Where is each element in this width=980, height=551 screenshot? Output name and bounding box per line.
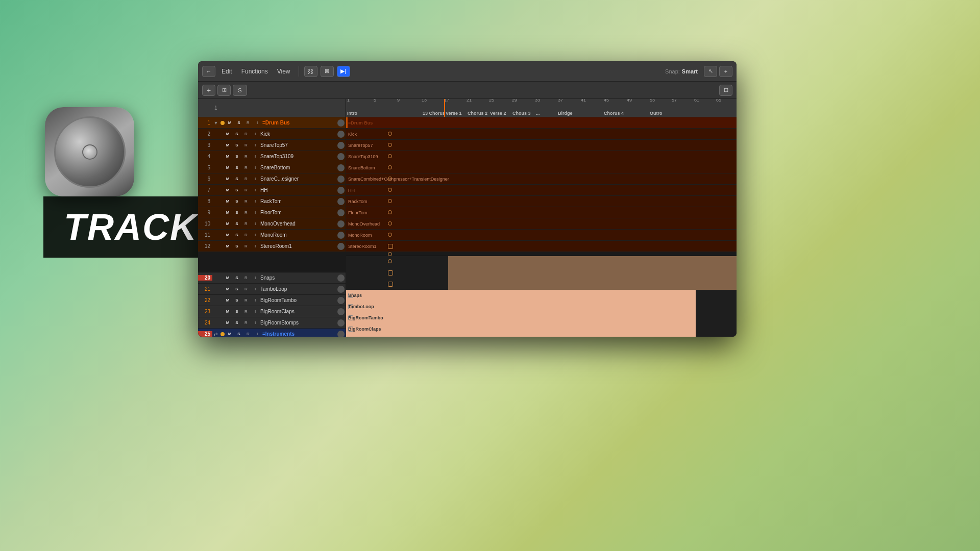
input-btn-24[interactable]: I (251, 319, 259, 327)
mute-btn-1[interactable]: M (226, 119, 234, 127)
input-btn-6[interactable]: I (251, 176, 259, 183)
record-btn-11[interactable]: R (242, 232, 250, 239)
record-btn-1[interactable]: R (244, 119, 252, 127)
track-end-btn-6[interactable] (337, 176, 345, 183)
record-btn-22[interactable]: R (242, 297, 250, 304)
mute-btn-8[interactable]: M (224, 198, 232, 205)
solo-btn-20[interactable]: S (233, 274, 241, 282)
track-end-btn-10[interactable] (337, 220, 345, 228)
track-end-btn-20[interactable] (337, 274, 345, 282)
record-btn-3[interactable]: R (242, 142, 250, 149)
track-end-btn-25[interactable] (337, 331, 345, 337)
add-track-button[interactable]: + (202, 85, 215, 96)
mute-btn-24[interactable]: M (224, 319, 232, 327)
track-end-btn-3[interactable] (337, 142, 345, 149)
record-btn-6[interactable]: R (242, 176, 250, 183)
track-end-btn-21[interactable] (337, 286, 345, 293)
record-btn-5[interactable]: R (242, 164, 250, 171)
mute-btn-2[interactable]: M (224, 131, 232, 138)
edit-menu[interactable]: Edit (218, 67, 235, 76)
mute-btn-12[interactable]: M (224, 243, 232, 250)
mute-btn-20[interactable]: M (224, 274, 232, 282)
pointer-tool[interactable]: ↖ (704, 66, 717, 77)
input-btn-25[interactable]: I (253, 331, 261, 337)
mute-btn-6[interactable]: M (224, 176, 232, 183)
input-btn-22[interactable]: I (251, 297, 259, 304)
link-button[interactable]: ⛓ (304, 66, 317, 77)
capture-button[interactable]: ▶| (337, 66, 350, 77)
input-btn-7[interactable]: I (251, 187, 259, 194)
mute-btn-10[interactable]: M (224, 220, 232, 228)
input-btn-20[interactable]: I (251, 274, 259, 282)
input-btn-10[interactable]: I (251, 220, 259, 228)
input-btn-3[interactable]: I (251, 142, 259, 149)
mute-btn-11[interactable]: M (224, 232, 232, 239)
track-options-button[interactable]: ⊞ (217, 85, 231, 96)
track-end-btn-22[interactable] (337, 297, 345, 304)
record-btn-12[interactable]: R (242, 243, 250, 250)
solo-btn-6[interactable]: S (233, 176, 241, 183)
record-btn-21[interactable]: R (242, 286, 250, 293)
input-btn-4[interactable]: I (251, 153, 259, 160)
input-btn-23[interactable]: I (251, 308, 259, 315)
mute-btn-21[interactable]: M (224, 286, 232, 293)
track-end-btn-5[interactable] (337, 164, 345, 171)
solo-btn-8[interactable]: S (233, 198, 241, 205)
solo-btn-1[interactable]: S (235, 119, 243, 127)
playhead-marker[interactable] (444, 99, 445, 117)
solo-btn-5[interactable]: S (233, 164, 241, 171)
track-end-btn-9[interactable] (337, 209, 345, 216)
functions-menu[interactable]: Functions (238, 67, 271, 76)
solo-btn-24[interactable]: S (233, 319, 241, 327)
solo-btn-7[interactable]: S (233, 187, 241, 194)
clip-drumbus-region[interactable] (346, 117, 737, 128)
solo-btn-4[interactable]: S (233, 153, 241, 160)
record-btn-9[interactable]: R (242, 209, 250, 216)
solo-btn-11[interactable]: S (233, 232, 241, 239)
mute-btn-9[interactable]: M (224, 209, 232, 216)
capture-toggle[interactable]: ⊡ (719, 85, 732, 96)
track-end-btn-4[interactable] (337, 153, 345, 160)
solo-btn-23[interactable]: S (233, 308, 241, 315)
track-end-btn-2[interactable] (337, 131, 345, 138)
input-btn-21[interactable]: I (251, 286, 259, 293)
record-btn-10[interactable]: R (242, 220, 250, 228)
record-btn-23[interactable]: R (242, 308, 250, 315)
record-btn-8[interactable]: R (242, 198, 250, 205)
track-end-btn-24[interactable] (337, 319, 345, 327)
input-btn-5[interactable]: I (251, 164, 259, 171)
track-end-btn-11[interactable] (337, 232, 345, 239)
solo-btn-2[interactable]: S (233, 131, 241, 138)
record-btn-24[interactable]: R (242, 319, 250, 327)
input-btn-1[interactable]: I (253, 119, 261, 127)
expand-arrow-25[interactable]: ⇄ (212, 332, 219, 337)
input-btn-11[interactable]: I (251, 232, 259, 239)
solo-btn-22[interactable]: S (233, 297, 241, 304)
solo-btn-25[interactable]: S (235, 331, 243, 337)
solo-btn-10[interactable]: S (233, 220, 241, 228)
s-button[interactable]: S (233, 85, 247, 96)
solo-btn-9[interactable]: S (233, 209, 241, 216)
solo-btn-21[interactable]: S (233, 286, 241, 293)
view-menu[interactable]: View (274, 67, 293, 76)
track-end-btn-1[interactable] (337, 119, 345, 127)
input-btn-2[interactable]: I (251, 131, 259, 138)
back-button[interactable]: ← (202, 66, 215, 77)
mute-btn-7[interactable]: M (224, 187, 232, 194)
capture-icon[interactable]: ⊡ (719, 85, 732, 96)
track-end-btn-12[interactable] (337, 243, 345, 250)
add-tool[interactable]: + (719, 66, 732, 77)
mute-btn-4[interactable]: M (224, 153, 232, 160)
record-btn-25[interactable]: R (244, 331, 252, 337)
record-btn-4[interactable]: R (242, 153, 250, 160)
track-end-btn-23[interactable] (337, 308, 345, 315)
input-btn-12[interactable]: I (251, 243, 259, 250)
input-btn-9[interactable]: I (251, 209, 259, 216)
track-end-btn-8[interactable] (337, 198, 345, 205)
mute-btn-3[interactable]: M (224, 142, 232, 149)
solo-btn-12[interactable]: S (233, 243, 241, 250)
record-btn-7[interactable]: R (242, 187, 250, 194)
mute-btn-5[interactable]: M (224, 164, 232, 171)
mute-btn-22[interactable]: M (224, 297, 232, 304)
input-btn-8[interactable]: I (251, 198, 259, 205)
